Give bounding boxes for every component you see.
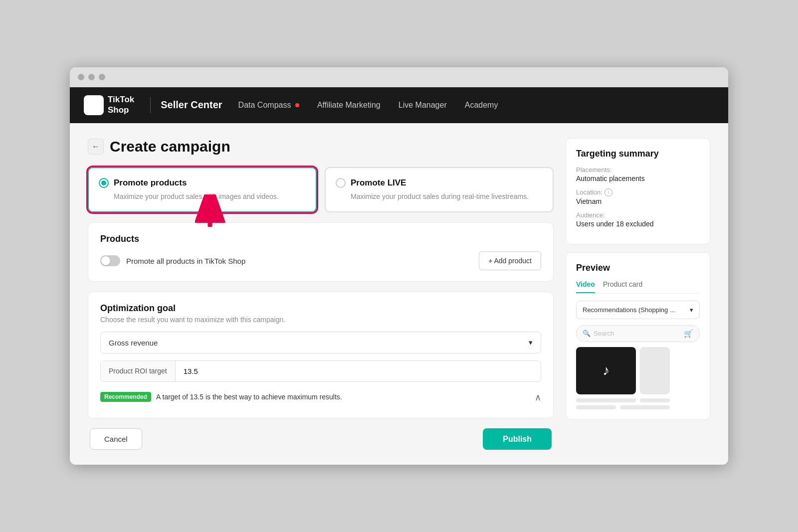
back-button[interactable]: ← (88, 139, 104, 155)
publish-button[interactable]: Publish (483, 428, 552, 450)
navbar: ♪ TikTokShop Seller Center Data Compass … (70, 87, 728, 123)
cancel-button[interactable]: Cancel (90, 428, 142, 450)
info-icon[interactable]: i (604, 188, 612, 196)
titlebar-dot-red (78, 74, 84, 80)
preview-product-main: ♪ (576, 347, 636, 394)
preview-dropdown-label: Recommendations (Shopping ... (583, 306, 675, 314)
radio-promote-products[interactable] (99, 178, 109, 188)
audience-label: Audience: (576, 211, 700, 219)
optimization-title: Optimization goal (100, 303, 541, 314)
preview-bars-row2 (576, 405, 700, 409)
products-section-wrapper: Products Promote all products in TikTok … (88, 222, 554, 282)
placements-row: Placements: Automatic placements (576, 166, 700, 182)
campaign-type-section: Promote products Maximize your product s… (88, 167, 554, 213)
optimization-section: Optimization goal Choose the result you … (88, 292, 554, 418)
nav-links: Data Compass Affiliate Marketing Live Ma… (238, 101, 498, 110)
preview-product-side (640, 347, 670, 394)
audience-row: Audience: Users under 18 excluded (576, 211, 700, 228)
main-panel: ← Create campaign Promote products Maxim… (88, 138, 554, 450)
products-row: Promote all products in TikTok Shop + Ad… (100, 251, 541, 270)
campaign-card-promote-products[interactable]: Promote products Maximize your product s… (88, 167, 317, 213)
recommended-text: A target of 13.5 is the best way to achi… (156, 393, 342, 401)
cart-icon: 🛒 (684, 329, 693, 338)
preview-products: ♪ (576, 347, 700, 394)
optimization-description: Choose the result you want to maximize w… (100, 316, 541, 324)
footer-buttons: Cancel Publish (88, 428, 554, 450)
preview-tabs: Video Product card (576, 280, 700, 294)
search-placeholder: Search (594, 330, 681, 337)
page-header: ← Create campaign (88, 138, 554, 155)
radio-inner-products (101, 180, 106, 185)
nav-dot-data-compass (295, 103, 299, 107)
preview-card: Preview Video Product card Recommendatio… (566, 252, 710, 420)
campaign-card-desc-live: Maximize your product sales during real-… (336, 192, 543, 202)
preview-bar-3 (576, 405, 616, 409)
recommended-left: Recommended A target of 13.5 is the best… (100, 392, 342, 402)
preview-bar-2 (640, 398, 670, 402)
chevron-down-icon-preview: ▾ (690, 306, 693, 314)
tiktok-icon: ♪ (84, 95, 104, 115)
logo-text: TikTokShop (108, 95, 134, 115)
preview-product-bottom (576, 398, 700, 402)
tab-product-card[interactable]: Product card (603, 280, 642, 293)
titlebar (70, 67, 728, 87)
recommended-badge: Recommended (100, 392, 151, 402)
location-row: Location: i Vietnam (576, 188, 700, 205)
promote-all-toggle[interactable] (100, 255, 120, 266)
toggle-label: Promote all products in TikTok Shop (126, 257, 245, 265)
add-product-button[interactable]: + Add product (479, 251, 541, 270)
nav-link-live-manager[interactable]: Live Manager (399, 101, 447, 109)
titlebar-dot-yellow (88, 74, 95, 80)
nav-link-affiliate[interactable]: Affiliate Marketing (317, 101, 381, 109)
roi-value[interactable]: 13.5 (176, 361, 541, 381)
placements-label: Placements: (576, 166, 700, 174)
preview-title: Preview (576, 263, 700, 273)
logo: ♪ TikTokShop (84, 95, 134, 115)
right-panel: Targeting summary Placements: Automatic … (566, 138, 710, 450)
campaign-card-promote-live[interactable]: Promote LIVE Maximize your product sales… (325, 167, 554, 213)
goal-select-value: Gross revenue (109, 339, 158, 347)
preview-search-bar[interactable]: 🔍 Search 🛒 (576, 325, 700, 342)
nav-item-affiliate[interactable]: Affiliate Marketing (317, 101, 381, 110)
toggle-knob (101, 256, 110, 265)
page-title: Create campaign (110, 138, 230, 155)
toggle-row: Promote all products in TikTok Shop (100, 255, 245, 266)
preview-placement-dropdown[interactable]: Recommendations (Shopping ... ▾ (576, 301, 700, 319)
nav-link-data-compass[interactable]: Data Compass (238, 101, 299, 109)
seller-center-label: Seller Center (161, 99, 222, 111)
audience-value: Users under 18 excluded (576, 220, 700, 228)
recommended-row: Recommended A target of 13.5 is the best… (100, 388, 541, 407)
products-section: Products Promote all products in TikTok … (88, 222, 554, 282)
placements-value: Automatic placements (576, 175, 700, 182)
nav-item-academy[interactable]: Academy (465, 101, 498, 110)
roi-row: Product ROI target 13.5 (100, 360, 541, 382)
search-icon: 🔍 (583, 330, 591, 337)
nav-link-academy[interactable]: Academy (465, 101, 498, 109)
nav-item-live-manager[interactable]: Live Manager (399, 101, 447, 110)
tab-video[interactable]: Video (576, 280, 595, 293)
titlebar-dot-green (99, 74, 105, 80)
nav-divider (150, 97, 151, 113)
app-window: ♪ TikTokShop Seller Center Data Compass … (70, 67, 728, 465)
location-value: Vietnam (576, 197, 700, 205)
content-area: ← Create campaign Promote products Maxim… (70, 123, 728, 465)
roi-label: Product ROI target (101, 361, 176, 381)
preview-bar-1 (576, 398, 636, 402)
radio-promote-live[interactable] (336, 178, 346, 188)
campaign-card-desc-products: Maximize your product sales with images … (99, 192, 306, 202)
campaign-card-title-live: Promote LIVE (351, 178, 406, 188)
targeting-summary-title: Targeting summary (576, 149, 700, 159)
tiktok-logo-preview: ♪ (602, 362, 609, 378)
targeting-summary-card: Targeting summary Placements: Automatic … (566, 138, 710, 244)
preview-bar-4 (620, 405, 670, 409)
location-label: Location: i (576, 188, 700, 196)
chevron-down-icon: ▾ (529, 338, 533, 347)
campaign-card-header-products: Promote products (99, 178, 306, 188)
nav-item-data-compass[interactable]: Data Compass (238, 101, 299, 110)
chevron-up-icon[interactable]: ∧ (535, 392, 541, 403)
products-section-title: Products (100, 234, 541, 244)
campaign-card-header-live: Promote LIVE (336, 178, 543, 188)
campaign-card-title-products: Promote products (114, 178, 187, 188)
goal-select[interactable]: Gross revenue ▾ (100, 332, 541, 354)
